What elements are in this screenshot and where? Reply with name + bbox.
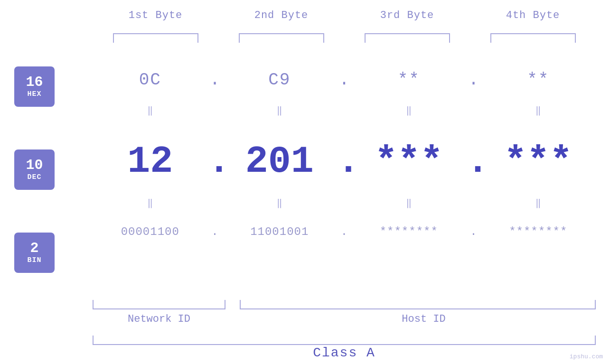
byte4-header: 4th Byte [470, 9, 596, 21]
hex-byte2: C9 [222, 70, 338, 90]
eq2-b3: ‖ [351, 197, 467, 209]
bin-byte4-value: ******** [509, 225, 567, 238]
dec-number: 10 [26, 158, 43, 172]
bin-byte2: 11001001 [222, 225, 338, 238]
hex-byte3-value: ** [398, 70, 420, 90]
main-container: 1st Byte 2nd Byte 3rd Byte 4th Byte 16 H… [0, 0, 610, 364]
eq1-b4: ‖ [481, 104, 596, 117]
dec-byte2-value: 201 [245, 140, 314, 183]
dec-byte2: 201 [222, 143, 338, 181]
hex-name: HEX [27, 90, 41, 98]
hex-byte4: ** [481, 70, 596, 90]
dec-byte4-value: *** [504, 140, 572, 183]
bin-byte3-value: ******** [380, 225, 438, 238]
dec-byte1-value: 12 [127, 140, 173, 183]
outer-bracket [93, 336, 596, 345]
eq2-b1: ‖ [93, 197, 208, 209]
eq2-b4: ‖ [481, 197, 596, 209]
hex-byte4-value: ** [527, 70, 549, 90]
dec-byte3: *** [351, 143, 467, 181]
hex-label-box: 16 HEX [14, 66, 55, 107]
equals-row-1: ‖ ‖ ‖ ‖ [93, 104, 596, 117]
bin-dot3: . [467, 225, 481, 238]
byte3-header: 3rd Byte [344, 9, 470, 21]
top-bracket-3 [344, 33, 470, 43]
hex-byte2-value: C9 [268, 70, 291, 90]
eq1-b1: ‖ [93, 104, 208, 117]
dec-byte1: 12 [93, 143, 208, 181]
hex-dot3: . [467, 70, 481, 90]
bin-row: 00001100 . 11001001 . ******** . *******… [93, 225, 596, 238]
dec-dot2: . [337, 140, 351, 183]
hex-dot2: . [337, 70, 351, 90]
bin-label-box: 2 BIN [14, 233, 55, 273]
hex-row: 0C . C9 . ** . ** [93, 70, 596, 90]
byte-headers: 1st Byte 2nd Byte 3rd Byte 4th Byte [93, 9, 596, 21]
hex-byte3: ** [351, 70, 467, 90]
bottom-brackets [93, 300, 596, 309]
top-bracket-2 [218, 33, 344, 43]
hex-byte1-value: 0C [139, 70, 161, 90]
equals-row-2: ‖ ‖ ‖ ‖ [93, 197, 596, 209]
host-id-label: Host ID [252, 313, 596, 325]
eq1-b2: ‖ [222, 104, 338, 117]
hex-dot1: . [208, 70, 222, 90]
dec-byte3-value: *** [375, 140, 443, 183]
class-label: Class A [93, 345, 596, 360]
byte1-header: 1st Byte [93, 9, 218, 21]
top-brackets [93, 33, 596, 43]
hex-byte1: 0C [93, 70, 208, 90]
dec-name: DEC [27, 173, 41, 181]
network-id-label: Network ID [93, 313, 225, 325]
top-bracket-4 [470, 33, 596, 43]
dec-dot1: . [208, 140, 222, 183]
dec-label-box: 10 DEC [14, 149, 55, 190]
base-labels: 16 HEX 10 DEC 2 BIN [14, 66, 55, 273]
bin-byte1-value: 00001100 [121, 225, 179, 238]
bin-dot2: . [337, 225, 351, 238]
byte2-header: 2nd Byte [218, 9, 344, 21]
network-bracket [93, 300, 225, 309]
watermark: ipshu.com [570, 353, 603, 360]
bin-dot1: . [208, 225, 222, 238]
top-bracket-1 [93, 33, 218, 43]
bin-byte3: ******** [351, 225, 467, 238]
dec-dot3: . [467, 140, 481, 183]
bin-byte1: 00001100 [93, 225, 208, 238]
bin-byte2-value: 11001001 [250, 225, 309, 238]
host-bracket [240, 300, 596, 309]
hex-number: 16 [26, 75, 43, 89]
dec-byte4: *** [481, 143, 596, 181]
bin-byte4: ******** [481, 225, 596, 238]
bin-number: 2 [30, 241, 38, 255]
dec-row: 12 . 201 . *** . *** [93, 140, 596, 183]
bin-name: BIN [27, 256, 41, 264]
eq2-b2: ‖ [222, 197, 338, 209]
eq1-b3: ‖ [351, 104, 467, 117]
